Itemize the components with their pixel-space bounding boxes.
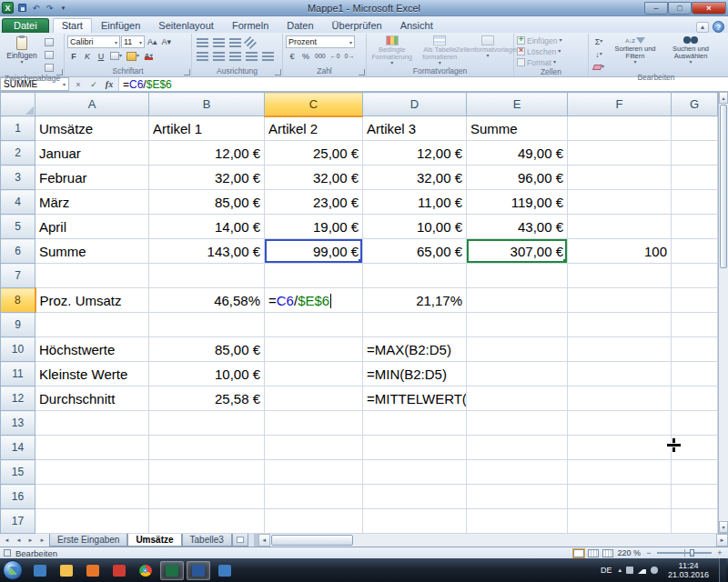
percent-style-button[interactable]: % [299,50,312,62]
tab-start[interactable]: Start [53,18,92,33]
cell-G13[interactable] [672,411,718,436]
font-size-select[interactable]: 11▾ [121,35,145,48]
close-button[interactable]: × [692,2,726,15]
scroll-down-arrow[interactable]: ▾ [719,521,728,533]
cell-G11[interactable] [672,362,718,386]
cell-A7[interactable] [35,264,149,288]
font-name-select[interactable]: Calibri▾ [67,35,120,48]
cell-D11[interactable]: =MIN(B2:D5) [363,362,467,386]
cell-B4[interactable]: 85,00 € [149,190,265,215]
row-header-9[interactable]: 9 [1,313,35,337]
cell-F15[interactable] [568,460,672,485]
delete-cells-button[interactable]: Löschen▾ [517,46,562,56]
cell-E14[interactable] [467,436,568,460]
taskbar-excel[interactable] [160,561,184,580]
shrink-font-button[interactable]: A▾ [160,36,174,48]
cell-B1[interactable]: Artikel 1 [149,116,265,141]
row-header-4[interactable]: 4 [1,190,35,215]
horizontal-scrollbar[interactable]: ◄ ► [258,534,728,547]
show-desktop-button[interactable] [719,558,726,582]
scroll-right-arrow[interactable]: ► [716,534,728,547]
row-header-15[interactable]: 15 [1,460,35,485]
taskbar-firefox[interactable] [81,561,105,580]
clock[interactable]: 11:24 21.03.2016 [662,561,714,579]
conditional-formatting-button[interactable]: Bedingte Formatierung ▾ [369,35,415,66]
paste-button[interactable]: Einfügen ▾ [4,35,40,66]
row-header-7[interactable]: 7 [1,264,35,288]
cell-C1[interactable]: Artikel 2 [265,116,363,141]
cell-G1[interactable] [672,116,718,141]
autosum-button[interactable]: Σ▾ [592,35,606,47]
font-dialog-launcher[interactable] [184,69,190,75]
fill-color-button[interactable]: ▾ [125,50,141,62]
cell-F4[interactable] [568,190,672,215]
cell-D6[interactable]: 65,00 € [363,239,467,264]
cell-G2[interactable] [672,141,718,166]
row-header-14[interactable]: 14 [1,436,35,460]
maximize-button[interactable]: □ [668,2,692,15]
cell-F7[interactable] [568,264,672,288]
cell-G4[interactable] [672,190,718,215]
cell-E5[interactable]: 43,00 € [467,215,568,239]
cell-A6[interactable]: Summe [35,239,149,264]
insert-cells-button[interactable]: Einfügen▾ [517,35,562,45]
cell-B9[interactable] [149,313,265,337]
insert-function-button[interactable]: fx [102,78,116,90]
cell-B14[interactable] [149,436,265,460]
zoom-slider-thumb[interactable] [690,549,694,557]
select-all-corner[interactable] [1,93,35,116]
column-header-A[interactable]: A [35,93,149,116]
row-header-8[interactable]: 8 [1,288,35,313]
cell-C2[interactable]: 25,00 € [265,141,363,166]
prev-sheet-button[interactable]: ◄ [14,537,24,543]
row-header-17[interactable]: 17 [1,509,35,534]
cell-C4[interactable]: 23,00 € [265,190,363,215]
cell-C7[interactable] [265,264,363,288]
row-header-16[interactable]: 16 [1,485,35,509]
cell-B7[interactable] [149,264,265,288]
cell-A10[interactable]: Höchstwerte [35,337,149,362]
zoom-out-button[interactable]: − [644,548,653,557]
cell-D1[interactable]: Artikel 3 [363,116,467,141]
cell-B6[interactable]: 143,00 € [149,239,265,264]
sheet-tab-tabelle3[interactable]: Tabelle3 [182,534,232,547]
cell-A16[interactable] [35,485,149,509]
zoom-level[interactable]: 220 % [617,548,641,557]
cell-G17[interactable] [672,509,718,534]
cell-C6[interactable]: 99,00 € [265,239,363,264]
cell-F8[interactable] [568,288,672,313]
cell-C16[interactable] [265,485,363,509]
cell-G8[interactable] [672,288,718,313]
cell-D2[interactable]: 12,00 € [363,141,467,166]
cell-G15[interactable] [672,460,718,485]
cell-A8[interactable]: Proz. Umsatz [35,288,149,313]
minimize-button[interactable]: – [644,2,668,15]
cell-F3[interactable] [568,166,672,190]
cell-C3[interactable]: 32,00 € [265,166,363,190]
cell-B17[interactable] [149,509,265,534]
cell-G6[interactable] [672,239,718,264]
tab-datei[interactable]: Datei [2,18,49,33]
cell-G9[interactable] [672,313,718,337]
alignment-dialog-launcher[interactable] [275,69,281,75]
cell-C10[interactable] [265,337,363,362]
bold-button[interactable]: F [67,50,80,62]
cell-styles-button[interactable]: Zellenformatvorlagen ▾ [465,35,511,66]
cell-A11[interactable]: Kleinste Werte [35,362,149,386]
cell-G12[interactable] [672,386,718,411]
cell-A12[interactable]: Durchschnitt [35,386,149,411]
row-header-10[interactable]: 10 [1,337,35,362]
taskbar-media-app[interactable] [28,561,52,580]
zoom-in-button[interactable]: + [715,548,724,557]
cell-D10[interactable]: =MAX(B2:D5) [363,337,467,362]
sheet-tab-umsätze[interactable]: Umsätze [127,534,181,547]
cell-E4[interactable]: 119,00 € [467,190,568,215]
cell-D17[interactable] [363,509,467,534]
grow-font-button[interactable]: A▴ [146,36,159,48]
cell-E11[interactable] [467,362,568,386]
italic-button[interactable]: K [81,50,94,62]
cell-E13[interactable] [467,411,568,436]
cell-D3[interactable]: 32,00 € [363,166,467,190]
cell-A15[interactable] [35,460,149,485]
column-header-B[interactable]: B [149,93,265,116]
